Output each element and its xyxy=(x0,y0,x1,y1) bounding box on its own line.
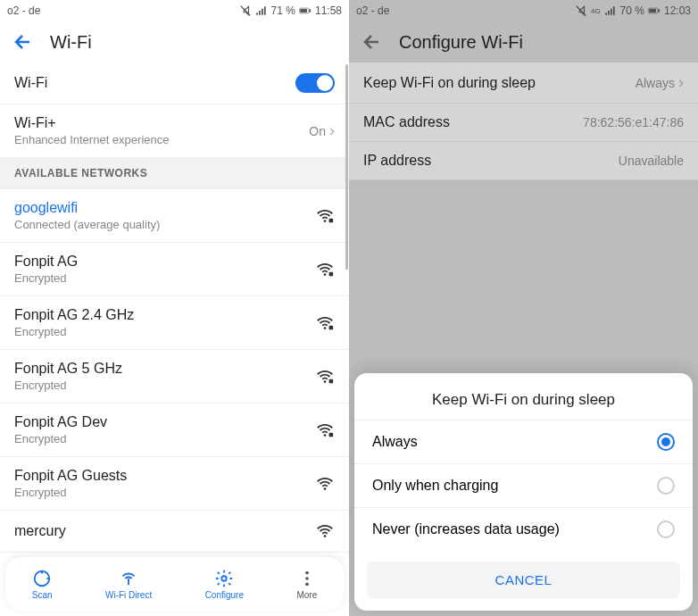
dialog-option[interactable]: Only when charging xyxy=(354,463,693,507)
time-label: 11:58 xyxy=(315,4,342,17)
svg-rect-1 xyxy=(310,10,311,12)
svg-rect-12 xyxy=(329,432,334,437)
network-status: Encrypted xyxy=(14,271,78,285)
more-icon xyxy=(297,569,317,588)
nav-wifi-direct[interactable]: Wi-Fi Direct xyxy=(105,569,152,600)
svg-point-19 xyxy=(305,582,309,586)
network-name: Fonpit AG xyxy=(14,254,78,270)
svg-rect-10 xyxy=(329,379,334,383)
available-networks-header: AVAILABLE NETWORKS xyxy=(0,158,349,189)
network-name: Fonpit AG 2.4 GHz xyxy=(14,307,134,323)
status-icons: 71 % 11:58 xyxy=(239,4,342,17)
svg-rect-2 xyxy=(301,9,307,12)
carrier-label: o2 - de xyxy=(7,4,40,17)
svg-point-11 xyxy=(324,434,327,437)
status-bar: o2 - de 71 % 11:58 xyxy=(0,0,349,21)
dialog-option[interactable]: Always xyxy=(354,420,693,463)
page-title: Wi-Fi xyxy=(50,32,92,53)
network-row[interactable]: googlewifiConnected (average quality) xyxy=(0,189,349,243)
network-status: Encrypted xyxy=(14,432,107,445)
chevron-right-icon: › xyxy=(329,121,335,140)
radio-button[interactable] xyxy=(657,520,675,538)
svg-point-3 xyxy=(324,220,327,222)
wifi-lock-icon xyxy=(315,367,335,387)
scrollbar[interactable] xyxy=(345,64,348,270)
wifi-lock-icon xyxy=(315,313,335,333)
configure-wifi-screen: o2 - de 4G 70 % 12:03 Configure Wi-Fi Ke… xyxy=(349,0,698,616)
svg-point-7 xyxy=(324,327,327,329)
radio-button[interactable] xyxy=(657,477,675,495)
wifi-toggle-label: Wi-Fi xyxy=(14,75,47,91)
network-status: Connected (average quality) xyxy=(14,218,160,231)
nav-more[interactable]: More xyxy=(296,569,317,600)
svg-rect-8 xyxy=(329,325,334,329)
svg-point-9 xyxy=(324,380,327,383)
network-name: Fonpit AG Guests xyxy=(14,468,127,484)
network-status: Encrypted xyxy=(14,379,122,392)
svg-point-13 xyxy=(324,487,327,490)
wifi-toggle[interactable] xyxy=(295,73,335,93)
network-row[interactable]: Fonpit AG 5 GHzEncrypted xyxy=(0,350,349,404)
wifi-direct-icon xyxy=(119,569,138,588)
network-row[interactable]: mercury xyxy=(0,511,349,553)
option-label: Always xyxy=(372,434,418,450)
svg-point-17 xyxy=(305,570,309,574)
option-label: Never (increases data usage) xyxy=(372,521,560,537)
nav-configure[interactable]: Configure xyxy=(205,569,244,600)
title-bar: Wi-Fi xyxy=(0,21,349,62)
wifi-icon xyxy=(315,521,335,541)
network-name: googlewifi xyxy=(14,200,160,216)
signal-icon xyxy=(255,4,268,17)
sleep-dialog: Keep Wi-Fi on during sleep AlwaysOnly wh… xyxy=(354,373,693,611)
back-button[interactable] xyxy=(12,31,34,53)
radio-button[interactable] xyxy=(657,433,675,451)
network-name: Fonpit AG 5 GHz xyxy=(14,361,122,377)
dialog-title: Keep Wi-Fi on during sleep xyxy=(354,377,693,420)
network-row[interactable]: Fonpit AG DevEncrypted xyxy=(0,404,349,457)
network-row[interactable]: Fonpit AG GuestsEncrypted xyxy=(0,457,349,511)
network-row[interactable]: Fonpit AGEncrypted xyxy=(0,243,349,296)
wifi-plus-title: Wi-Fi+ xyxy=(14,115,169,131)
svg-point-16 xyxy=(222,576,228,581)
network-row[interactable]: Fonpit AG 2.4 GHzEncrypted xyxy=(0,296,349,350)
network-name: Fonpit AG Dev xyxy=(14,414,107,430)
network-status: Encrypted xyxy=(14,486,127,499)
network-list: googlewifiConnected (average quality)Fon… xyxy=(0,189,349,553)
dialog-option[interactable]: Never (increases data usage) xyxy=(354,507,693,551)
wifi-toggle-row[interactable]: Wi-Fi xyxy=(0,62,349,104)
svg-point-14 xyxy=(324,535,327,537)
battery-percent: 71 % xyxy=(271,4,295,17)
mute-icon xyxy=(239,4,252,17)
svg-rect-6 xyxy=(329,271,334,276)
battery-icon xyxy=(299,4,312,17)
svg-point-5 xyxy=(324,273,327,276)
wifi-lock-icon xyxy=(315,260,335,279)
svg-point-18 xyxy=(305,577,309,580)
svg-rect-4 xyxy=(329,218,334,222)
nav-scan[interactable]: Scan xyxy=(32,569,53,600)
arrow-left-icon xyxy=(12,31,34,53)
gear-icon xyxy=(214,569,234,588)
bottom-nav: Scan Wi-Fi Direct Configure More xyxy=(5,557,344,611)
wifi-lock-icon xyxy=(315,420,335,440)
wifi-icon xyxy=(315,474,335,494)
wifi-plus-value: On xyxy=(309,124,326,138)
wifi-plus-row[interactable]: Wi-Fi+ Enhanced Internet experience On › xyxy=(0,104,349,158)
wifi-plus-sub: Enhanced Internet experience xyxy=(14,133,169,146)
option-label: Only when charging xyxy=(372,478,498,494)
network-name: mercury xyxy=(14,523,66,539)
wifi-settings-screen: o2 - de 71 % 11:58 Wi-Fi Wi-Fi Wi-Fi+ En… xyxy=(0,0,349,616)
wifi-lock-icon xyxy=(315,206,335,226)
cancel-button[interactable]: CANCEL xyxy=(367,562,680,598)
scan-icon xyxy=(32,569,52,588)
network-status: Encrypted xyxy=(14,325,134,338)
